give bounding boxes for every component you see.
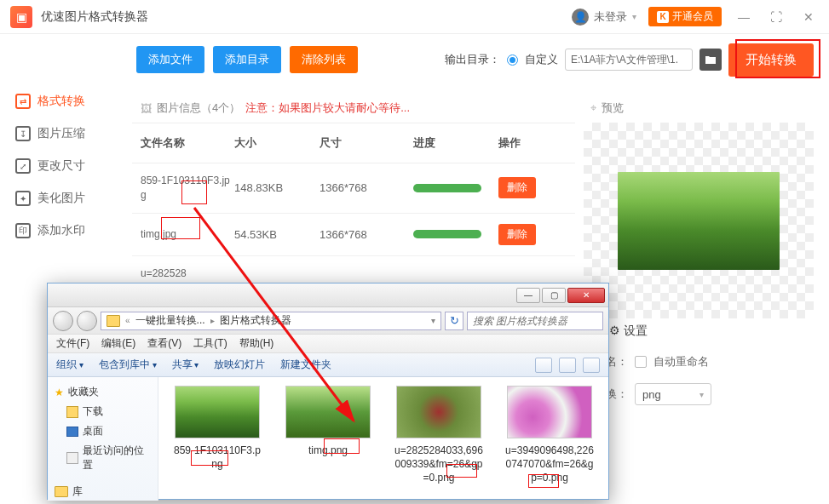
menu-edit[interactable]: 编辑(E) [101,336,135,351]
col-progress: 进度 [413,135,498,151]
explorer-close-button[interactable]: ✕ [567,288,605,303]
resize-icon: ⤢ [15,158,31,174]
view-options-button[interactable] [535,358,552,373]
info-bar: 🖼 图片信息（4个） 注意：如果图片较大请耐心等待... [132,94,575,123]
recent-icon [66,452,78,464]
user-login-area[interactable]: 👤 未登录 ▾ [572,9,636,26]
close-button[interactable]: ✕ [798,7,819,27]
delete-button[interactable]: 删除 [498,177,536,198]
highlight-marker [735,39,820,78]
col-dimension: 尺寸 [320,135,413,151]
file-name-cell: u=282528 [141,266,234,281]
file-list-panel: 🖼 图片信息（4个） 注意：如果图片较大请耐心等待... 文件名称 大小 尺寸 … [132,94,575,290]
nav-back-button[interactable] [53,311,73,331]
file-item[interactable]: 859-1F103110F3.png [170,386,264,471]
maximize-button[interactable]: ⛶ [766,7,786,27]
auto-rename-checkbox[interactable] [635,356,647,368]
app-logo-icon: ▣ [10,6,32,28]
explorer-titlebar: — ▢ ✕ [48,284,608,307]
custom-dir-radio[interactable] [507,54,518,66]
explorer-toolbar: 组织 包含到库中 共享 放映幻灯片 新建文件夹 [48,353,608,377]
preview-icon: ⌖ [590,101,596,115]
explorer-window: — ▢ ✕ « 一键批量转换... ▸ 图片格式转换器 ▾ ↻ 文件(F) 编辑… [47,283,609,500]
login-status: 未登录 [594,9,627,25]
toolbar: 添加文件 添加目录 清除列表 输出目录： 自定义 开始转换 [0,34,829,85]
sidebar-item-format[interactable]: ⇄格式转换 [15,85,128,117]
settings-panel: ⚙ 设置 件命名：自动重命名 式转换：png▾ [584,315,814,412]
sidebar-item-resize[interactable]: ⤢更改尺寸 [15,150,128,182]
share-button[interactable]: 共享 [172,358,199,372]
explorer-search-input[interactable] [467,312,603,330]
vip-button[interactable]: K 开通会员 [648,7,722,26]
format-select[interactable]: png▾ [635,383,711,405]
file-size-cell: 54.53KB [234,228,320,241]
explorer-tree: ★收藏夹 下载 桌面 最近访问的位置 库 [48,377,158,501]
clear-list-button[interactable]: 清除列表 [290,46,358,73]
sidebar-item-watermark[interactable]: 印添加水印 [15,215,128,247]
preview-panel: ⌖预览 [584,94,814,318]
minimize-button[interactable]: — [734,7,754,27]
file-thumbnail [396,386,481,438]
ext-marker [191,450,228,466]
compress-icon: ↧ [15,126,31,141]
progress-bar [413,184,481,192]
menu-file[interactable]: 文件(F) [56,336,89,351]
output-dir-label: 输出目录： [445,52,500,67]
file-item[interactable]: u=3949096498,2260747070&fm=26&gp=0.png [503,386,596,485]
download-icon [66,406,78,418]
col-operation: 操作 [498,135,558,151]
tree-desktop[interactable]: 桌面 [55,421,151,441]
table-row: 859-1F103110F3.jpg 148.83KB 1366*768 删除 [132,163,575,214]
menu-view[interactable]: 查看(V) [147,336,181,351]
custom-dir-label: 自定义 [525,52,558,67]
organize-button[interactable]: 组织 [56,358,83,372]
chevron-down-icon: ▾ [699,390,704,399]
tree-library[interactable]: 库 [55,482,151,501]
file-item[interactable]: u=2825284033,696009339&fm=26&gp=0.png [392,386,486,485]
sidebar-item-beautify[interactable]: ✦美化图片 [15,182,128,215]
avatar-icon: 👤 [572,9,589,26]
preview-pane-button[interactable] [559,358,576,373]
file-thumbnail [175,386,260,438]
folder-icon [705,54,717,65]
image-icon: 🖼 [141,102,152,115]
file-dim-cell: 1366*768 [320,228,413,241]
explorer-minimize-button[interactable]: — [516,288,540,303]
beautify-icon: ✦ [15,191,31,206]
add-dir-button[interactable]: 添加目录 [213,46,281,73]
breadcrumb[interactable]: « 一键批量转换... ▸ 图片格式转换器 ▾ [101,312,441,330]
tree-downloads[interactable]: 下载 [55,402,151,421]
vip-icon: K [657,11,669,23]
file-size-cell: 148.83KB [234,181,320,194]
col-size: 大小 [234,135,320,151]
add-file-button[interactable]: 添加文件 [136,46,204,73]
help-button[interactable] [583,358,600,373]
slideshow-button[interactable]: 放映幻灯片 [214,358,265,372]
format-icon: ⇄ [15,94,31,109]
menu-tool[interactable]: 工具(T) [193,336,227,351]
progress-bar [413,230,481,238]
menu-help[interactable]: 帮助(H) [239,336,274,351]
sidebar-item-compress[interactable]: ↧图片压缩 [15,117,128,150]
browse-folder-button[interactable] [699,49,722,71]
explorer-maximize-button[interactable]: ▢ [542,288,566,303]
tree-favorites[interactable]: ★收藏夹 [55,382,151,402]
refresh-button[interactable]: ↻ [445,312,463,330]
new-folder-button[interactable]: 新建文件夹 [280,358,331,372]
output-path-input[interactable] [565,49,693,71]
sidebar: ⇄格式转换 ↧图片压缩 ⤢更改尺寸 ✦美化图片 印添加水印 [0,85,128,247]
ext-marker [528,474,559,488]
preview-grid [584,123,814,318]
file-item[interactable]: timg.png [281,386,375,457]
file-dim-cell: 1366*768 [320,181,413,194]
tree-recent[interactable]: 最近访问的位置 [55,441,151,475]
folder-icon [107,315,120,327]
include-button[interactable]: 包含到库中 [99,358,157,372]
delete-button[interactable]: 删除 [498,224,536,245]
nav-forward-button[interactable] [77,311,97,331]
chevron-down-icon: ▾ [632,12,636,21]
table-row: timg.jpg 54.53KB 1366*768 删除 [132,214,575,256]
explorer-menubar: 文件(F) 编辑(E) 查看(V) 工具(T) 帮助(H) [48,335,608,353]
explorer-file-list: 859-1F103110F3.png timg.png u=2825284033… [158,377,608,501]
ext-marker [181,180,207,204]
